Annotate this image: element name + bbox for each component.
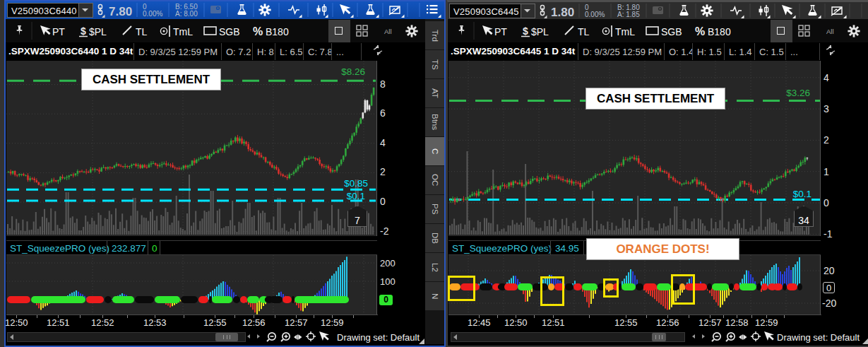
svg-text:%: % bbox=[253, 25, 263, 37]
svg-text:%: % bbox=[695, 25, 705, 37]
svg-text:All: All bbox=[384, 28, 392, 35]
svg-text:All: All bbox=[826, 28, 834, 35]
svg-text:$: $ bbox=[81, 25, 86, 37]
svg-text:$: $ bbox=[523, 25, 528, 37]
